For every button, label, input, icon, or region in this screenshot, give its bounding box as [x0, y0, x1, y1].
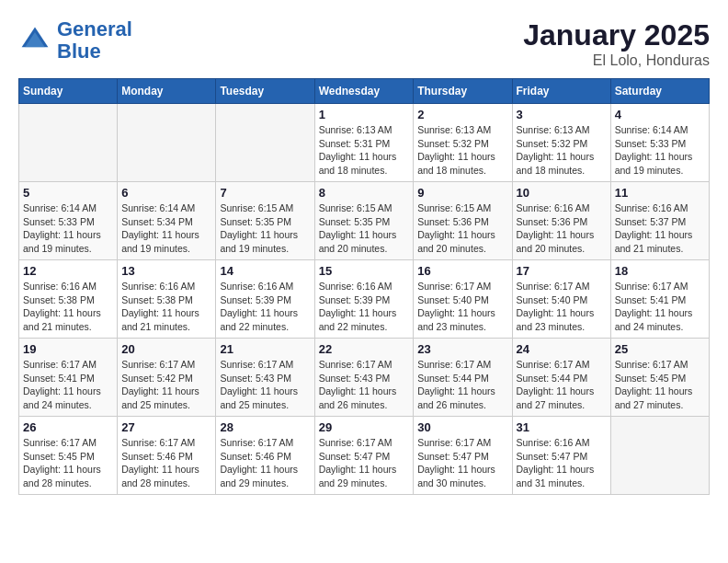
day-info: Sunrise: 6:17 AMSunset: 5:43 PMDaylight:… — [220, 358, 310, 412]
calendar-cell: 22Sunrise: 6:17 AMSunset: 5:43 PMDayligh… — [314, 339, 414, 417]
day-number: 28 — [220, 420, 310, 434]
calendar-cell: 23Sunrise: 6:17 AMSunset: 5:44 PMDayligh… — [414, 339, 512, 417]
day-info: Sunrise: 6:13 AMSunset: 5:32 PMDaylight:… — [517, 123, 607, 178]
calendar-cell: 21Sunrise: 6:17 AMSunset: 5:43 PMDayligh… — [216, 339, 314, 417]
logo: General Blue — [18, 18, 132, 63]
day-number: 8 — [319, 186, 410, 200]
calendar-cell: 19Sunrise: 6:17 AMSunset: 5:41 PMDayligh… — [19, 339, 118, 417]
day-number: 5 — [23, 186, 113, 200]
calendar-cell: 7Sunrise: 6:15 AMSunset: 5:35 PMDaylight… — [216, 182, 314, 260]
day-info: Sunrise: 6:17 AMSunset: 5:45 PMDaylight:… — [23, 436, 113, 490]
calendar-cell: 20Sunrise: 6:17 AMSunset: 5:42 PMDayligh… — [118, 339, 216, 417]
calendar-header-row: SundayMondayTuesdayWednesdayThursdayFrid… — [19, 79, 710, 104]
day-info: Sunrise: 6:17 AMSunset: 5:44 PMDaylight:… — [517, 358, 607, 412]
week-row-3: 12Sunrise: 6:16 AMSunset: 5:38 PMDayligh… — [19, 260, 710, 339]
day-info: Sunrise: 6:17 AMSunset: 5:47 PMDaylight:… — [319, 436, 410, 490]
logo-icon — [18, 24, 51, 57]
day-number: 16 — [417, 264, 507, 278]
day-number: 12 — [23, 264, 113, 278]
calendar-cell — [610, 417, 709, 495]
day-number: 24 — [517, 342, 607, 356]
calendar-cell: 3Sunrise: 6:13 AMSunset: 5:32 PMDaylight… — [512, 104, 610, 182]
day-number: 26 — [23, 420, 113, 434]
title-block: January 2025 El Lolo, Honduras — [523, 18, 710, 69]
calendar-cell: 17Sunrise: 6:17 AMSunset: 5:40 PMDayligh… — [512, 260, 610, 339]
week-row-2: 5Sunrise: 6:14 AMSunset: 5:33 PMDaylight… — [19, 182, 710, 260]
day-info: Sunrise: 6:16 AMSunset: 5:39 PMDaylight:… — [220, 280, 310, 334]
day-header-tuesday: Tuesday — [216, 79, 314, 104]
calendar-cell: 29Sunrise: 6:17 AMSunset: 5:47 PMDayligh… — [314, 417, 414, 495]
day-number: 27 — [121, 420, 211, 434]
calendar-cell: 16Sunrise: 6:17 AMSunset: 5:40 PMDayligh… — [414, 260, 512, 339]
day-info: Sunrise: 6:15 AMSunset: 5:35 PMDaylight:… — [220, 201, 310, 256]
day-number: 20 — [121, 342, 211, 356]
day-number: 22 — [319, 342, 410, 356]
day-info: Sunrise: 6:17 AMSunset: 5:47 PMDaylight:… — [417, 436, 507, 490]
month-title: January 2025 — [523, 18, 710, 52]
day-info: Sunrise: 6:17 AMSunset: 5:46 PMDaylight:… — [121, 436, 211, 490]
day-number: 2 — [417, 108, 507, 121]
day-number: 14 — [220, 264, 310, 278]
week-row-5: 26Sunrise: 6:17 AMSunset: 5:45 PMDayligh… — [19, 417, 710, 495]
day-info: Sunrise: 6:15 AMSunset: 5:36 PMDaylight:… — [417, 201, 507, 256]
day-info: Sunrise: 6:13 AMSunset: 5:32 PMDaylight:… — [417, 123, 507, 178]
calendar-cell — [118, 104, 216, 182]
day-header-sunday: Sunday — [19, 79, 118, 104]
day-number: 11 — [615, 186, 705, 200]
day-header-wednesday: Wednesday — [314, 79, 414, 104]
day-number: 29 — [319, 420, 410, 434]
day-info: Sunrise: 6:17 AMSunset: 5:41 PMDaylight:… — [615, 280, 705, 334]
calendar-cell: 8Sunrise: 6:15 AMSunset: 5:35 PMDaylight… — [314, 182, 414, 260]
calendar-cell: 18Sunrise: 6:17 AMSunset: 5:41 PMDayligh… — [610, 260, 709, 339]
day-number: 17 — [517, 264, 607, 278]
calendar-cell: 25Sunrise: 6:17 AMSunset: 5:45 PMDayligh… — [610, 339, 709, 417]
calendar-cell: 13Sunrise: 6:16 AMSunset: 5:38 PMDayligh… — [118, 260, 216, 339]
calendar-table: SundayMondayTuesdayWednesdayThursdayFrid… — [18, 78, 710, 495]
calendar-cell: 31Sunrise: 6:16 AMSunset: 5:47 PMDayligh… — [512, 417, 610, 495]
day-number: 3 — [517, 108, 607, 121]
day-number: 15 — [319, 264, 410, 278]
day-number: 7 — [220, 186, 310, 200]
logo-text: General Blue — [57, 18, 132, 63]
calendar-cell — [216, 104, 314, 182]
day-info: Sunrise: 6:17 AMSunset: 5:40 PMDaylight:… — [417, 280, 507, 334]
day-number: 4 — [615, 108, 705, 121]
calendar-cell: 12Sunrise: 6:16 AMSunset: 5:38 PMDayligh… — [19, 260, 118, 339]
calendar-cell: 1Sunrise: 6:13 AMSunset: 5:31 PMDaylight… — [314, 104, 414, 182]
calendar-cell: 6Sunrise: 6:14 AMSunset: 5:34 PMDaylight… — [118, 182, 216, 260]
day-header-monday: Monday — [118, 79, 216, 104]
calendar-cell: 30Sunrise: 6:17 AMSunset: 5:47 PMDayligh… — [414, 417, 512, 495]
day-number: 21 — [220, 342, 310, 356]
calendar-cell: 4Sunrise: 6:14 AMSunset: 5:33 PMDaylight… — [610, 104, 709, 182]
calendar-cell: 15Sunrise: 6:16 AMSunset: 5:39 PMDayligh… — [314, 260, 414, 339]
day-info: Sunrise: 6:17 AMSunset: 5:44 PMDaylight:… — [417, 358, 507, 412]
day-info: Sunrise: 6:17 AMSunset: 5:45 PMDaylight:… — [615, 358, 705, 412]
day-info: Sunrise: 6:16 AMSunset: 5:38 PMDaylight:… — [121, 280, 211, 334]
day-info: Sunrise: 6:14 AMSunset: 5:33 PMDaylight:… — [23, 201, 113, 256]
day-info: Sunrise: 6:16 AMSunset: 5:39 PMDaylight:… — [319, 280, 410, 334]
calendar-cell: 10Sunrise: 6:16 AMSunset: 5:36 PMDayligh… — [512, 182, 610, 260]
calendar-cell: 11Sunrise: 6:16 AMSunset: 5:37 PMDayligh… — [610, 182, 709, 260]
calendar-cell: 2Sunrise: 6:13 AMSunset: 5:32 PMDaylight… — [414, 104, 512, 182]
day-header-friday: Friday — [512, 79, 610, 104]
day-number: 9 — [417, 186, 507, 200]
day-header-saturday: Saturday — [610, 79, 709, 104]
week-row-4: 19Sunrise: 6:17 AMSunset: 5:41 PMDayligh… — [19, 339, 710, 417]
calendar-cell: 27Sunrise: 6:17 AMSunset: 5:46 PMDayligh… — [118, 417, 216, 495]
day-info: Sunrise: 6:14 AMSunset: 5:34 PMDaylight:… — [121, 201, 211, 256]
calendar-cell: 24Sunrise: 6:17 AMSunset: 5:44 PMDayligh… — [512, 339, 610, 417]
calendar-cell: 5Sunrise: 6:14 AMSunset: 5:33 PMDaylight… — [19, 182, 118, 260]
day-header-thursday: Thursday — [414, 79, 512, 104]
day-info: Sunrise: 6:17 AMSunset: 5:46 PMDaylight:… — [220, 436, 310, 490]
location: El Lolo, Honduras — [523, 52, 710, 69]
day-number: 25 — [615, 342, 705, 356]
week-row-1: 1Sunrise: 6:13 AMSunset: 5:31 PMDaylight… — [19, 104, 710, 182]
day-info: Sunrise: 6:14 AMSunset: 5:33 PMDaylight:… — [615, 123, 705, 178]
day-info: Sunrise: 6:17 AMSunset: 5:43 PMDaylight:… — [319, 358, 410, 412]
calendar-cell: 28Sunrise: 6:17 AMSunset: 5:46 PMDayligh… — [216, 417, 314, 495]
day-number: 1 — [319, 108, 410, 121]
calendar-cell — [19, 104, 118, 182]
day-number: 18 — [615, 264, 705, 278]
day-info: Sunrise: 6:13 AMSunset: 5:31 PMDaylight:… — [319, 123, 410, 178]
day-number: 13 — [121, 264, 211, 278]
